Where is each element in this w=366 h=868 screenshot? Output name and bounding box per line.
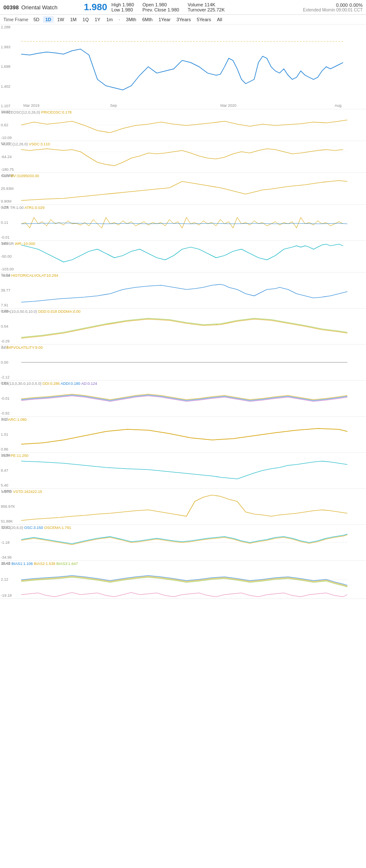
bias-y: 23.43 2.12 -19.18 [0, 561, 20, 598]
price-y-labels: 2.288 1.993 1.698 1.402 1.107 [0, 25, 20, 109]
ddi-chart: DDI(13,0,30.0,10.0,5.0) DDI:0.286 ADDI:0… [0, 381, 366, 417]
priceosc-chart: PRICEOSC(12,0,26,0) PRICEOSС:0.178 11.32… [0, 109, 366, 141]
prev-close-val: Prev. Close 1.980 [142, 7, 179, 12]
tf-5years[interactable]: 5Years [194, 16, 214, 23]
osc-y: 32.61 -1.18 -34.96 [0, 525, 20, 560]
atr-chart: ATR TR:1.00 ATR1:0.029 0.23 0.11 -0.01 [0, 205, 366, 241]
tf-3mth[interactable]: 3Mth [123, 16, 139, 23]
price-svg: Mar 2019 Sep Mar 2020 Aug [0, 25, 366, 109]
rc-y: 1.16 1.01 0.86 [0, 417, 20, 452]
svg-text:Mar 2020: Mar 2020 [220, 103, 236, 108]
obv-label: OBV BV:31095033.00 [2, 174, 39, 178]
vosc-label: VOSC(12,26.0) VSDC:3.110 [2, 142, 50, 146]
tf-1year[interactable]: 1Year [156, 16, 173, 23]
per-chart: PER PE:11.250 11.54 8.47 5.40 [0, 453, 366, 489]
session-info: Extended Mornin 09:00:01 CCT [303, 8, 363, 12]
stock-code: 00398 [3, 4, 19, 11]
y-1402: 1.402 [1, 85, 19, 89]
stock-name: Oriental Watch [21, 4, 58, 11]
turnover-val: Turnover 225.72K [188, 7, 225, 12]
vosc-svg [0, 141, 366, 173]
atr-svg [0, 205, 366, 241]
svg-text:Mar 2019: Mar 2019 [23, 103, 39, 108]
per-y: 11.54 8.47 5.40 [0, 453, 20, 488]
stock-info: 00398 Oriental Watch [3, 4, 80, 11]
header: 00398 Oriental Watch 1.980 High 1.980 Lo… [0, 0, 366, 15]
volume-turnover: Volume 114K Turnover 225.72K [188, 2, 225, 12]
volat-label: Volat HISTORICALVOLAT:10.294 [2, 273, 58, 278]
obv-svg [0, 173, 366, 205]
tf-1w[interactable]: 1W [55, 16, 67, 23]
change-pct: 0.00% [349, 3, 363, 8]
tf-6mth[interactable]: 6Mth [140, 16, 155, 23]
high-low: High 1.980 Low 1.980 [111, 2, 134, 12]
bias-label: BIAS BIAS1:1.106 BIAS2:1.538 BIAS3:1.647 [2, 562, 78, 566]
dma-y: 0.38 0.04 -0.29 [0, 309, 20, 344]
iv-svg [0, 345, 366, 381]
wmsr-svg [0, 241, 366, 273]
wmsr-label: WMSR WR:-10.000 [2, 242, 35, 246]
ddi-y: 0.91 -0.01 -0.92 [0, 381, 20, 416]
obv-chart: OBV BV:31095033.00 41.96M 25.93M 9.90M [0, 173, 366, 205]
tf-1d[interactable]: 1D [43, 16, 54, 23]
rc-svg [0, 417, 366, 453]
vstd-svg [0, 489, 366, 525]
iv-y: 2.12 0.00 -2.12 [0, 345, 20, 380]
volat-chart: Volat HISTORICALVOLAT:10.294 71.64 39.77… [0, 273, 366, 309]
vstd-chart: VSTD VSTD:162422.15 1.66M 856.97K 51.88K [0, 489, 366, 525]
volat-svg [0, 273, 366, 309]
tf-5d[interactable]: 5D [31, 16, 42, 23]
y-1993: 1.993 [1, 45, 19, 49]
ddi-label: DDI(13,0,30.0,10.0,5.0) DDI:0.286 ADDI:0… [2, 381, 97, 386]
iv-label: IV IMPVOLATILITY:9.00 [2, 345, 43, 350]
vstd-label: VSTD VSTD:162422.15 [2, 490, 42, 494]
ddi-svg [0, 381, 366, 417]
osc-svg [0, 525, 366, 561]
high-value: High 1.980 [111, 2, 134, 7]
tf-1min[interactable]: 1m [104, 16, 115, 23]
iv-chart: IV IMPVOLATILITY:9.00 2.12 0.00 -2.12 [0, 345, 366, 381]
price-main: 1.980 [84, 2, 107, 13]
y-2288: 2.288 [1, 25, 19, 29]
y-1698: 1.698 [1, 65, 19, 69]
price-chart: 2.288 1.993 1.698 1.402 1.107 Mar 2019 S… [0, 25, 366, 109]
open-prev: Open 1.980 Prev. Close 1.980 [142, 2, 179, 12]
tf-3years[interactable]: 3Years [174, 16, 194, 23]
bias-chart: BIAS BIAS1:1.106 BIAS2:1.538 BIAS3:1.647… [0, 561, 366, 599]
svg-text:Sep: Sep [110, 103, 117, 108]
priceosc-label: PRICEOSC(12,0,26,0) PRICEOSС:0.178 [2, 110, 72, 114]
timeframe-label: Time Frame [3, 17, 28, 22]
per-label: PER PE:11.250 [2, 453, 28, 458]
rc-label: RC ARC:1.080 [2, 417, 27, 422]
per-svg [0, 453, 366, 489]
low-value: Low 1.980 [111, 7, 134, 12]
dma-svg [0, 309, 366, 345]
change-row: 0.000 0.00% [336, 3, 363, 8]
tf-1m[interactable]: 1M [68, 16, 79, 23]
change-val: 0.000 [336, 3, 348, 8]
osc-chart: OSC(20,6,0) OSC:3.150 OSCEMA:1.791 32.61… [0, 525, 366, 561]
volat-y: 71.64 39.77 7.91 [0, 273, 20, 308]
svg-text:Aug: Aug [335, 103, 341, 108]
wmsr-chart: WMSR WR:-10.000 3.00 -50.00 -103.00 [0, 241, 366, 273]
timeframe-bar: Time Frame 5D 1D 1W 1M 1Q 1Y 1m · 3Mth 6… [0, 15, 366, 25]
tf-1y[interactable]: 1Y [92, 16, 103, 23]
atr-y: 0.23 0.11 -0.01 [0, 205, 20, 240]
open-val: Open 1.980 [142, 2, 179, 7]
y-1107: 1.107 [1, 104, 19, 108]
dma-label: DMA(10,0,50.0,10.0) DDD:0.018 DDDMA:0.00 [2, 309, 80, 314]
atr-label: ATR TR:1.00 ATR1:0.029 [2, 206, 44, 210]
bias-svg [0, 561, 366, 599]
dma-chart: DMA(10,0,50.0,10.0) DDD:0.018 DDDMA:0.00… [0, 309, 366, 345]
chart-container: 2.288 1.993 1.698 1.402 1.107 Mar 2019 S… [0, 25, 366, 599]
tf-1q[interactable]: 1Q [80, 16, 92, 23]
vosc-chart: VOSC(12,26.0) VSDC:3.110 52.27 -64.24 -1… [0, 141, 366, 173]
vstd-y: 1.66M 856.97K 51.88K [0, 489, 20, 524]
osc-label: OSC(20,6,0) OSC:3.150 OSCEMA:1.791 [2, 526, 71, 530]
tf-all[interactable]: All [214, 16, 225, 23]
volume-val: Volume 114K [188, 2, 225, 7]
rc-chart: RC ARC:1.080 1.16 1.01 0.86 [0, 417, 366, 453]
tf-dot[interactable]: · [116, 16, 122, 23]
